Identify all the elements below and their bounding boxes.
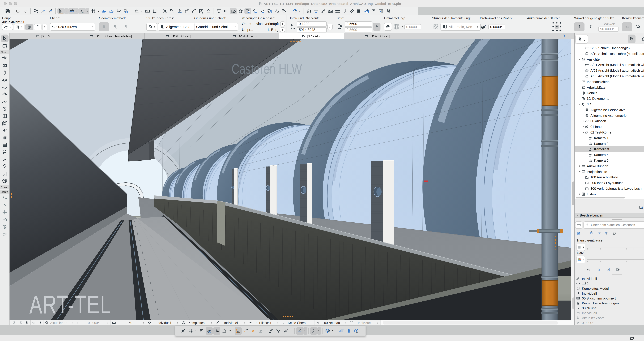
cb-setsquare-icon[interactable] [235,327,242,335]
layer-stack-icon[interactable] [305,8,312,14]
geo-column-inclined-button[interactable] [110,23,120,31]
guide-setsquare-chevron-down-icon[interactable] [64,8,68,14]
np-fitframe-icon[interactable] [576,230,582,236]
viewport-vertical-scrollbar[interactable] [571,39,574,320]
door-tool[interactable] [1,62,8,69]
layered-lines-icon[interactable] [334,8,341,14]
chevron-button[interactable] [42,24,48,30]
copy-clone-icon[interactable] [122,8,129,14]
redo-icon[interactable] [22,8,28,14]
np-vp-thumb-icon[interactable] [575,221,582,229]
tree-down-triangle-icon[interactable] [578,170,581,173]
target-core-button[interactable] [384,23,392,31]
wrap-core-button[interactable]: zz [622,23,632,31]
nav-viewmap-icon[interactable] [640,35,644,43]
quickbar-item-zoom-plus[interactable] [24,320,30,325]
infobar-field[interactable]: 020 Stützen [50,23,95,31]
cloud-card-icon[interactable] [252,8,258,14]
beschreibungen-header[interactable]: Beschreibungen [575,213,644,218]
resize-box-icon[interactable] [198,8,204,14]
tree-item-s-09-schnitt-unabh-ngig-[interactable]: S/09 Schnitt (Unabhängig) [575,45,644,51]
object-tool[interactable] [1,148,8,155]
beam-tool[interactable] [1,84,8,91]
gravity-weight-chevron-down-icon[interactable] [140,8,144,14]
grid-inject-icon[interactable] [115,8,122,14]
nav-project-icon[interactable] [628,35,636,43]
tree-item-allgemeine-perspektive[interactable]: Allgemeine Perspektive [575,107,644,113]
home-icon[interactable] [205,8,212,14]
tree-item-00-aussen[interactable]: 00 Aussen [575,118,644,124]
cb-bisector-chevron-down-icon[interactable] [290,327,293,335]
mesh-tool[interactable] [1,177,8,184]
quickbar-item-orbit[interactable] [31,320,37,325]
infobar-field[interactable]: Grundriss und Schnitt... [194,23,238,31]
view-diamond-blue-chevron-down-icon[interactable] [298,8,302,14]
column-slanted-button[interactable] [585,23,596,31]
dim-width-icon[interactable] [223,8,230,14]
quick-setting-komplettes-modell[interactable]: Komplettes Modell [576,286,644,291]
quickbar-item-keine-bers-[interactable]: Keine Übers... [280,320,314,325]
3d-scene-rendering[interactable] [10,39,571,320]
tree-horizontal-scrollbar[interactable] [575,196,644,199]
story-row-chevron-button[interactable] [280,27,285,32]
pin-u-icon[interactable] [341,8,348,14]
ruler-numbers-icon[interactable]: 12 [144,8,151,14]
shell-tool[interactable] [1,98,8,105]
v-hatch-icon[interactable] [384,8,391,14]
quick-setting-1-50[interactable]: 1:50 [576,281,644,286]
level-tool[interactable] [1,202,8,208]
quick-setting-0-0000-[interactable]: 0.0000° [576,320,644,325]
tree-right-triangle-icon[interactable] [578,193,581,195]
tree-item-02-test-r-hre[interactable]: 02 Test-Röhre [575,130,644,135]
tree-down-triangle-icon[interactable] [578,103,581,106]
tree-item-100-ausschnittliste[interactable]: 100 Ausschnittliste [575,175,644,180]
tree-item-innenansichten[interactable]: Innenansichten [575,79,644,85]
column-tool-button[interactable] [34,24,42,30]
ramp-card-icon[interactable] [259,8,266,14]
cb-perpendicular-icon[interactable] [275,327,282,335]
quick-setting-individuell[interactable]: Individuell [576,276,644,281]
cb-gridsnap-icon[interactable] [187,327,194,335]
corner-extend-icon[interactable] [184,8,190,14]
chevron-button[interactable] [328,24,332,30]
tree-item-a-01-ansicht-modell-automatisc[interactable]: A/01 Ansicht (Modell automatisch wieder … [575,62,644,68]
value-input[interactable]: 0.0000 [404,24,421,29]
brush-icon[interactable] [348,8,355,14]
viewport-horizontal-scrollbar[interactable] [380,320,574,325]
floor-filter-dropdown[interactable]: Unter dem aktuellen Geschoss [584,221,644,229]
quick-setting-keine-berschreibungen[interactable]: Keine Überschreibungen [576,301,644,306]
roof-tool[interactable] [1,91,8,98]
gravity-weight-icon[interactable] [133,8,140,14]
fillet-curve-icon[interactable] [190,8,197,14]
cb-guides-icon[interactable] [198,327,205,335]
tab--0-eg-[interactable]: [0. EG] [10,33,77,39]
tree-down-triangle-icon[interactable] [582,131,584,134]
value-input-bottom[interactable]: 2.5600 [345,27,372,32]
wrap-ring-button[interactable] [633,23,644,31]
door2-tool[interactable] [1,134,8,141]
np-code-icon[interactable] [605,266,611,272]
axe-icon[interactable] [169,8,176,14]
tree-item-kamera-5[interactable]: Kamera 5 [575,158,644,163]
transparent-slider-track[interactable] [587,247,644,247]
tab--a-01-ansicht-[interactable]: [A/01 Ansicht] [212,33,279,39]
winkel-input[interactable]: 90.0000° [598,27,618,32]
cb-eraser-icon[interactable] [257,327,264,335]
favorites-star-icon[interactable] [237,8,244,14]
cb-parallel-icon[interactable] [268,327,274,335]
quickbar-item-view-next[interactable] [18,320,24,325]
dimension-tool[interactable] [1,194,8,201]
window-tool[interactable] [1,112,8,119]
cb-collision-icon[interactable] [180,327,187,335]
anchor-point-grid[interactable] [552,22,562,32]
tab--3d-alle-[interactable]: [3D / Alle] [279,33,344,39]
table-blue-icon[interactable] [378,8,384,14]
tab--s-01-schnitt-[interactable]: [S/01 Schnitt] [144,33,212,39]
quick-setting-00-neubau[interactable]: 00 Neubau [576,306,644,310]
quickbar-item-komplettes-[interactable]: Komplettes... [180,320,214,325]
slope-hatch-icon[interactable] [320,8,326,14]
tree-item-a-03-ansicht-modell-automatisc[interactable]: A/03 Ansicht (Modell automatisch wieder … [575,74,644,79]
cb-polyoffset-icon[interactable] [310,327,317,335]
cb-playplay-blue-icon[interactable] [353,327,360,335]
tree-right-triangle-icon[interactable] [582,125,584,128]
